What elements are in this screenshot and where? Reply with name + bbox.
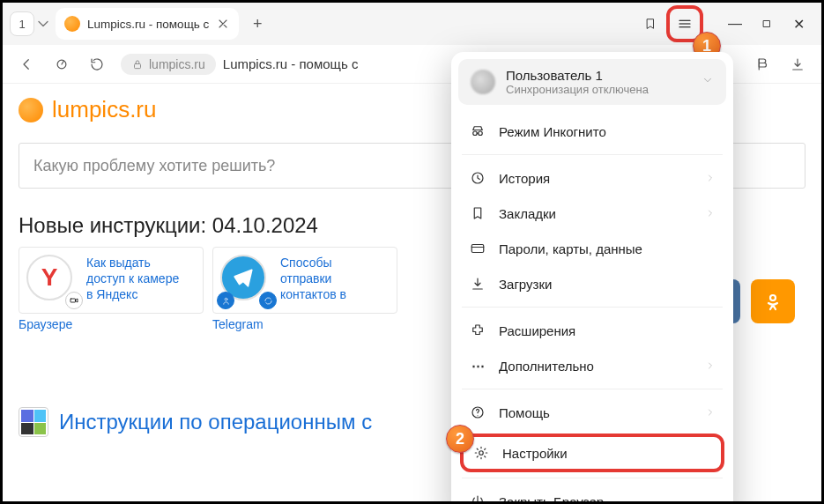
bookmark-header-icon[interactable] (635, 8, 666, 40)
sync-icon (259, 292, 277, 309)
reload-button[interactable] (82, 49, 112, 79)
user-name: Пользователь 1 (506, 68, 691, 83)
svg-point-11 (479, 451, 484, 456)
card-footer-link[interactable]: Telegram (212, 317, 397, 331)
back-button[interactable] (11, 49, 41, 79)
menu-incognito[interactable]: Режим Инкогнито (458, 114, 726, 149)
menu-label: Закрыть Браузер (499, 494, 604, 505)
chevron-down-icon (702, 74, 714, 90)
tab-title: Lumpics.ru - помощь с (87, 18, 209, 31)
url-domain: lumpics.ru (149, 57, 205, 71)
article-card[interactable]: Способы отправки контактов в (212, 247, 397, 314)
menu-label: История (499, 171, 550, 186)
menu-quit[interactable]: Закрыть Браузер (458, 484, 726, 504)
menu-label: Помощь (499, 405, 550, 420)
gear-icon (472, 445, 490, 461)
menu-label: Режим Инкогнито (499, 124, 606, 139)
card-image: Y (26, 255, 72, 300)
new-tab-button[interactable]: + (244, 11, 271, 37)
menu-bookmarks[interactable]: Закладки (458, 196, 726, 231)
card-text: Способы отправки контактов в (280, 255, 346, 306)
logo-icon (19, 98, 43, 122)
logo-text: lumpics.ru (52, 96, 156, 123)
card-text: Как выдать доступ к камере в Яндекс (86, 255, 179, 306)
annotation-2-highlight: 2 Настройки (460, 434, 724, 472)
menu-passwords[interactable]: Пароли, карты, данные (458, 231, 726, 266)
chevron-right-icon (705, 405, 716, 420)
os-grid-icon (19, 407, 48, 437)
download-icon (469, 276, 486, 292)
menu-label: Закладки (499, 206, 556, 221)
svg-point-7 (479, 131, 483, 136)
more-icon: ⋯ (469, 358, 486, 374)
chevron-right-icon (705, 206, 716, 221)
menu-extensions[interactable]: Расширения (458, 313, 726, 348)
tab-favicon (64, 16, 80, 32)
annotation-1-highlight: 1 (666, 5, 703, 42)
sync-status: Синхронизация отключена (506, 83, 691, 96)
svg-rect-3 (71, 299, 76, 302)
chevron-right-icon (705, 359, 716, 374)
svg-rect-2 (135, 63, 141, 68)
annotation-badge-2: 2 (446, 425, 474, 453)
url-page-title: Lumpics.ru - помощь с (223, 56, 359, 71)
camera-icon (65, 292, 83, 309)
menu-label: Расширения (499, 323, 575, 338)
tab-close-icon[interactable] (216, 17, 230, 31)
main-menu-dropdown: Пользователь 1 Синхронизация отключена Р… (451, 52, 733, 504)
menu-downloads[interactable]: Загрузки (458, 266, 726, 301)
downloads-icon[interactable] (783, 49, 813, 79)
card-icon (469, 241, 486, 256)
menu-more[interactable]: ⋯ Дополнительно (458, 348, 726, 383)
tabs-dropdown-chevron[interactable] (34, 11, 52, 36)
bookmark-icon (469, 205, 486, 221)
menu-label: Дополнительно (499, 359, 594, 374)
power-icon (469, 493, 486, 504)
site-identity-pill[interactable]: lumpics.ru (121, 54, 216, 75)
tab-count-pill[interactable]: 1 (10, 11, 34, 36)
window-minimize-icon[interactable]: — (719, 8, 751, 40)
card-footer-link[interactable]: Браузере (19, 317, 204, 331)
menu-help[interactable]: Помощь (458, 395, 726, 430)
svg-point-4 (225, 298, 227, 300)
article-card[interactable]: Y Как выдать доступ к камере в Яндекс (19, 247, 204, 314)
chevron-right-icon (705, 171, 716, 186)
menu-label: Настройки (502, 446, 568, 461)
svg-rect-0 (764, 21, 770, 27)
svg-point-5 (770, 295, 776, 300)
extensions-icon (469, 322, 486, 338)
lock-icon (131, 58, 144, 70)
os-link-text: Инструкции по операционным с (59, 410, 372, 434)
incognito-icon (469, 123, 486, 139)
help-icon (469, 404, 486, 420)
active-tab[interactable]: Lumpics.ru - помощь с (56, 8, 239, 40)
contact-icon (217, 292, 234, 309)
menu-label: Загрузки (499, 277, 552, 292)
tab-strip: 1 Lumpics.ru - помощь с + 1 — ✕ (3, 3, 821, 45)
window-close-icon[interactable]: ✕ (783, 8, 814, 40)
home-button[interactable] (47, 49, 77, 79)
history-icon (469, 170, 486, 186)
menu-settings[interactable]: Настройки (464, 437, 721, 469)
avatar (471, 70, 495, 94)
menu-user-row[interactable]: Пользователь 1 Синхронизация отключена (458, 59, 726, 105)
window-maximize-icon[interactable] (751, 8, 783, 40)
menu-history[interactable]: История (458, 160, 726, 196)
menu-label: Пароли, карты, данные (499, 241, 642, 256)
main-menu-button[interactable] (672, 11, 698, 37)
svg-point-6 (473, 131, 478, 136)
reading-mode-icon[interactable] (747, 49, 777, 79)
ok-button[interactable] (751, 279, 795, 323)
svg-rect-9 (471, 245, 484, 253)
